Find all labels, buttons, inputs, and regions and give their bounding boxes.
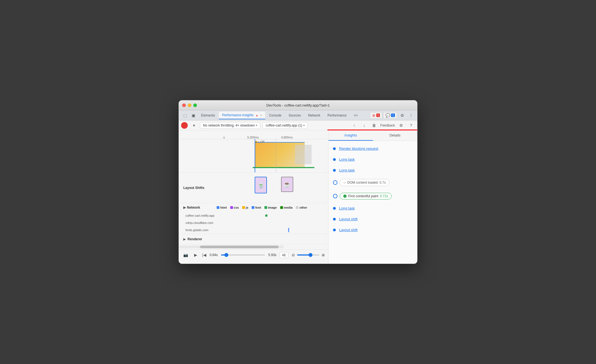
- legend-dot-other: [296, 206, 299, 209]
- insights-tabs: Insights Details: [329, 130, 417, 141]
- timeline-header: s 3,200ms 4,800ms: [179, 130, 328, 139]
- layout-shift-thumb-1: 🍵: [255, 177, 267, 193]
- legend-dot-html: [217, 206, 219, 209]
- zoom-controls: ⊖ ⊕: [292, 253, 325, 257]
- legend-html: html: [217, 206, 227, 209]
- long-task-link-2[interactable]: Long task: [339, 168, 355, 172]
- network-entry-3: fonts.gstatic.com: [179, 226, 328, 234]
- tab-sources[interactable]: Sources: [285, 112, 304, 119]
- error-badge-button[interactable]: ⊗ 1: [370, 112, 382, 119]
- insight-layout-shift-2[interactable]: Layout shift: [329, 224, 417, 235]
- tab-elements[interactable]: Elements: [198, 112, 218, 119]
- total-time: 5.93s: [268, 253, 276, 257]
- minimize-button[interactable]: [188, 103, 191, 107]
- long-task-link-3[interactable]: Long task: [339, 206, 355, 210]
- layout-shift-link-2[interactable]: Layout shift: [339, 228, 358, 232]
- dropdown-arrow-icon[interactable]: ▾: [190, 122, 198, 129]
- insight-dot-5: [333, 218, 336, 221]
- zoom-slider[interactable]: [297, 254, 319, 256]
- message-badge-button[interactable]: 💬 1: [383, 112, 397, 119]
- insight-long-task-2[interactable]: Long task: [329, 165, 417, 176]
- tab-performance-insights[interactable]: Performance insights ▲ ×: [219, 112, 265, 119]
- profile-dropdown[interactable]: coffee-cart.netlify.app (1) ▾: [262, 122, 308, 129]
- timeline-panel: s 3,200ms 4,800ms LCP: [179, 130, 328, 264]
- close-button[interactable]: [182, 103, 186, 107]
- upload-icon[interactable]: ↑: [350, 122, 358, 129]
- delete-icon[interactable]: 🗑: [370, 122, 378, 129]
- skip-start-icon[interactable]: |◀: [202, 253, 206, 257]
- render-blocking-link[interactable]: Render blocking request: [339, 146, 378, 151]
- insight-dot-4: [333, 207, 336, 210]
- insight-render-blocking[interactable]: Render blocking request: [329, 143, 417, 154]
- network-name-3: fonts.gstatic.com: [179, 228, 223, 232]
- layout-shifts-row: Layout Shifts 🍵 ☕: [179, 173, 328, 203]
- cursor-icon[interactable]: ⬚: [181, 112, 189, 119]
- tab-insights[interactable]: Insights: [329, 130, 373, 141]
- timeline-slider[interactable]: [221, 254, 265, 256]
- network-entry-1: coffee-cart.netlify.app: [179, 212, 328, 219]
- speed-button[interactable]: x1: [280, 252, 288, 258]
- insight-layout-shift-1[interactable]: Layout shift: [329, 214, 417, 224]
- network-bar-area-3: [223, 226, 328, 234]
- legend-dot-css: [230, 206, 233, 209]
- long-task-link-1[interactable]: Long task: [339, 157, 355, 161]
- insight-dom-content-loaded: ○ DOM content loaded 0.7s: [329, 176, 417, 189]
- renderer-row: ▶ Renderer: [179, 234, 328, 244]
- zoom-in-icon[interactable]: ⊕: [322, 253, 325, 257]
- network-bar-area-1: [223, 212, 328, 219]
- maximize-button[interactable]: [193, 103, 197, 107]
- help-icon[interactable]: ?: [407, 122, 415, 129]
- bottom-bar: 📷 ▶ |◀ 0.64s 5.93s x1 ⊖ ⊕: [179, 249, 328, 260]
- settings-icon[interactable]: ⚙: [398, 112, 406, 119]
- milestone-dot-dom: [333, 180, 337, 185]
- tab-close-icon[interactable]: ×: [260, 114, 262, 117]
- network-legend: html css js font: [217, 206, 307, 209]
- tab-performance[interactable]: Performance: [324, 112, 350, 119]
- feedback-button[interactable]: Feedback: [380, 123, 395, 127]
- legend-other: other: [296, 206, 307, 209]
- legend-dot-image: [264, 206, 267, 209]
- fcp-badge: First contentful paint 0.72s: [340, 193, 392, 199]
- tab-console[interactable]: Console: [266, 112, 285, 119]
- time-label-s: s: [223, 136, 225, 139]
- download-icon[interactable]: ↓: [360, 122, 368, 129]
- throttle-dropdown[interactable]: No network throttling, 4× slowdown ▾: [200, 122, 260, 129]
- tab-network[interactable]: Network: [305, 112, 324, 119]
- layout-shifts-content: 🍵 ☕: [223, 173, 328, 203]
- title-bar: DevTools - coffee-cart.netlify.app/?ad=1: [179, 100, 417, 110]
- lcp-row: LCP: [179, 139, 328, 173]
- toolbar-actions: ↑ ↓ 🗑 Feedback ⚙ ?: [350, 122, 415, 129]
- timeline-scrollbar[interactable]: [179, 246, 284, 248]
- dom-time: 0.7s: [380, 181, 386, 184]
- gray-bar: [295, 145, 312, 164]
- tab-more[interactable]: >>: [350, 112, 361, 119]
- play-button[interactable]: ▶: [192, 252, 199, 258]
- slider-thumb: [224, 253, 228, 257]
- layout-shift-thumb-2: ☕: [281, 177, 293, 192]
- network-section: ▶ Network html css: [179, 203, 328, 234]
- layout-shift-link-1[interactable]: Layout shift: [339, 217, 358, 221]
- window-title: DevTools - coffee-cart.netlify.app/?ad=1: [266, 103, 330, 107]
- record-button[interactable]: [181, 122, 188, 129]
- mug-icon-2: ☕: [283, 181, 291, 188]
- insights-panel: Insights Details Render blocking request…: [328, 130, 417, 264]
- lcp-content: LCP: [223, 139, 328, 172]
- insight-long-task-3[interactable]: Long task: [329, 203, 417, 214]
- devtools-tab-bar: ⬚ ▣ Elements Performance insights ▲ × Co…: [179, 110, 417, 120]
- legend-image: image: [264, 206, 277, 209]
- legend-dot-font: [252, 206, 254, 209]
- screenshot-icon[interactable]: 📷: [182, 252, 189, 258]
- insight-dot-1: [333, 147, 336, 150]
- zoom-out-icon[interactable]: ⊖: [292, 253, 295, 257]
- more-options-icon[interactable]: ⋮: [407, 112, 415, 119]
- network-expand-icon[interactable]: ▶: [183, 206, 186, 209]
- zoom-thumb: [309, 253, 312, 257]
- tab-details[interactable]: Details: [373, 130, 417, 141]
- settings2-icon[interactable]: ⚙: [397, 122, 405, 129]
- traffic-lights: [182, 103, 197, 107]
- legend-dot-media: [280, 206, 283, 209]
- device-icon[interactable]: ▣: [189, 112, 197, 119]
- insight-long-task-1[interactable]: Long task: [329, 154, 417, 165]
- network-bar-green: [265, 214, 267, 217]
- insights-list: Render blocking request Long task Long t…: [329, 141, 417, 264]
